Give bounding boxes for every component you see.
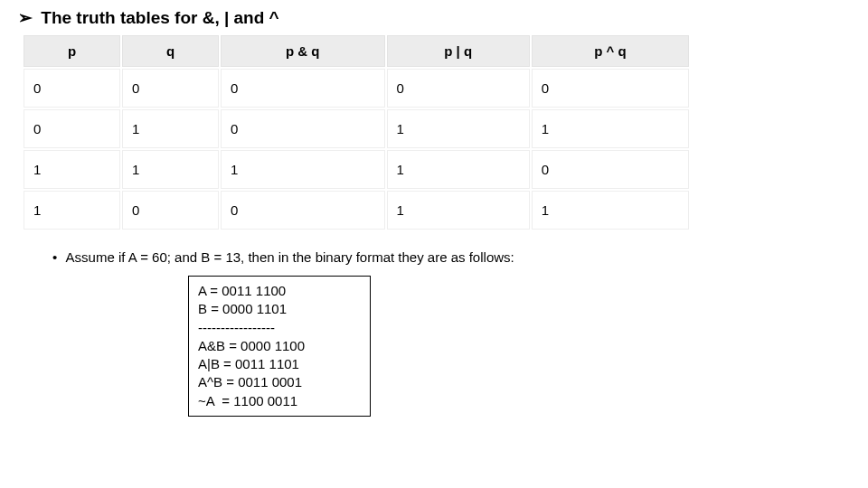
cell: 0 xyxy=(122,69,219,108)
cell: 0 xyxy=(221,191,385,230)
code-line: ----------------- xyxy=(198,319,361,337)
cell: 0 xyxy=(221,109,385,148)
cell: 0 xyxy=(532,150,689,189)
cell: 1 xyxy=(24,191,120,230)
cell: 0 xyxy=(387,69,530,108)
cell: 1 xyxy=(387,191,530,230)
cell: 0 xyxy=(24,109,120,148)
table-row: 0 1 0 1 1 xyxy=(24,109,689,148)
code-line: A|B = 0011 1101 xyxy=(198,355,361,373)
bullet-arrow-icon: ➢ xyxy=(18,8,33,27)
cell: 0 xyxy=(532,69,689,108)
cell: 1 xyxy=(387,109,530,148)
table-row: 0 0 0 0 0 xyxy=(24,69,689,108)
bullet-dot-icon: • xyxy=(52,249,57,265)
col-p-and: p & q xyxy=(221,35,385,67)
table-row: 1 1 1 1 0 xyxy=(24,150,689,189)
cell: 0 xyxy=(221,69,385,108)
code-line: A = 0011 1100 xyxy=(198,282,361,300)
assumption-text: Assume if A = 60; and B = 13, then in th… xyxy=(66,249,514,265)
cell: 1 xyxy=(532,191,689,230)
code-line: A^B = 0011 0001 xyxy=(198,373,361,391)
code-line: ~A = 1100 0011 xyxy=(198,392,361,410)
cell: 1 xyxy=(24,150,120,189)
cell: 1 xyxy=(122,109,219,148)
cell: 1 xyxy=(387,150,530,189)
binary-example-box: A = 0011 1100 B = 0000 1101 ------------… xyxy=(188,276,371,417)
table-header-row: p q p & q p | q p ^ q xyxy=(24,35,689,67)
table-row: 1 0 0 1 1 xyxy=(24,191,689,230)
col-p-xor: p ^ q xyxy=(532,35,689,67)
heading-text: The truth tables for &, | and ^ xyxy=(41,8,278,27)
col-q: q xyxy=(122,35,219,67)
cell: 0 xyxy=(24,69,120,108)
assumption-line: • Assume if A = 60; and B = 13, then in … xyxy=(52,249,852,265)
cell: 0 xyxy=(122,191,219,230)
col-p: p xyxy=(24,35,120,67)
cell: 1 xyxy=(532,109,689,148)
page-title: ➢ The truth tables for &, | and ^ xyxy=(18,7,852,28)
truth-table: p q p & q p | q p ^ q 0 0 0 0 0 0 1 0 1 … xyxy=(22,33,691,231)
code-line: A&B = 0000 1100 xyxy=(198,337,361,355)
col-p-or: p | q xyxy=(387,35,530,67)
cell: 1 xyxy=(221,150,385,189)
code-line: B = 0000 1101 xyxy=(198,300,361,318)
cell: 1 xyxy=(122,150,219,189)
